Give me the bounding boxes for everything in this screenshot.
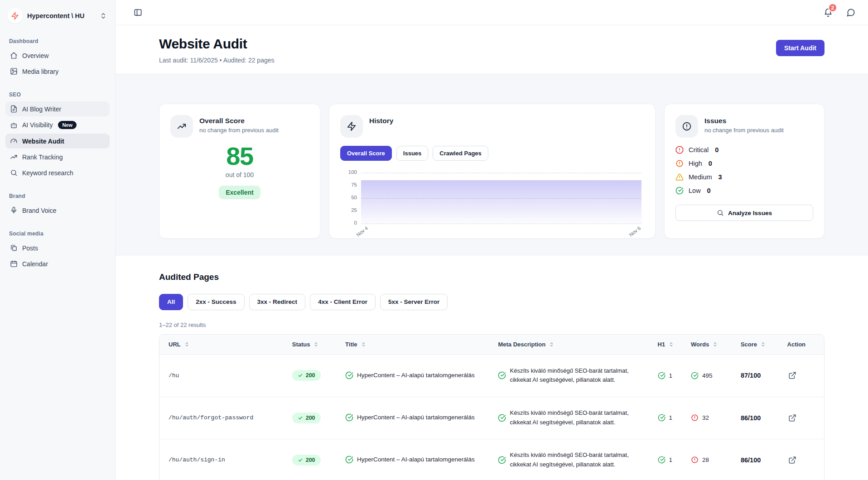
notifications-button[interactable]: 2 <box>824 8 833 17</box>
page-title: Website Audit <box>159 36 275 52</box>
external-link-icon <box>788 414 796 422</box>
tab-overall-score[interactable]: Overall Score <box>340 146 392 161</box>
overall-score-card: Overall Score no change from previous au… <box>159 104 320 239</box>
sidebar: Hypercontent \ HU Dashboard Overview Med… <box>0 0 116 480</box>
open-page-button[interactable] <box>787 413 797 423</box>
issue-label: High <box>689 160 702 167</box>
trending-up-icon <box>10 153 18 161</box>
sidebar-toggle-button[interactable] <box>134 8 142 17</box>
open-page-button[interactable] <box>787 455 797 465</box>
audited-pages-section: Audited Pages All 2xx - Success 3xx - Re… <box>116 255 868 480</box>
overall-score-value: 85 <box>170 142 309 170</box>
check-circle-icon <box>658 456 665 464</box>
filter-4xx-client-error[interactable]: 4xx - Client Error <box>310 294 376 310</box>
topbar: 2 <box>116 0 868 25</box>
microphone-icon <box>10 206 18 214</box>
column-header-h1[interactable]: H1 <box>651 335 685 355</box>
column-header-words[interactable]: Words <box>685 335 734 355</box>
results-count: 1–22 of 22 results <box>159 322 825 328</box>
check-circle-icon <box>498 456 506 464</box>
workspace-name: Hypercontent \ HU <box>27 12 95 19</box>
chat-button[interactable] <box>846 8 855 17</box>
sidebar-item-label: AI Visibility <box>22 121 53 129</box>
zap-icon <box>340 115 363 138</box>
issue-label: Critical <box>689 146 709 154</box>
table-header-row: URL Status Title Meta Description H1 Wor… <box>159 335 824 355</box>
filter-3xx-redirect[interactable]: 3xx - Redirect <box>249 294 306 310</box>
bot-icon <box>10 121 18 129</box>
issue-count: 0 <box>709 160 712 167</box>
sort-icon <box>712 341 718 347</box>
tab-crawled-pages[interactable]: Crawled Pages <box>433 146 488 161</box>
sidebar-item-ai-visibility[interactable]: AI Visibility New <box>5 117 110 133</box>
check-circle-icon <box>498 371 506 379</box>
sort-icon <box>184 341 190 347</box>
last-audit-summary: Last audit: 11/6/2025 • Audited: 22 page… <box>159 57 275 64</box>
column-header-action: Action <box>781 335 824 355</box>
sidebar-item-keyword-research[interactable]: Keyword research <box>5 165 110 180</box>
column-header-score[interactable]: Score <box>734 335 781 355</box>
search-icon <box>717 209 724 216</box>
sidebar-item-overview[interactable]: Overview <box>5 48 110 63</box>
sidebar-item-brand-voice[interactable]: Brand Voice <box>5 203 110 218</box>
sidebar-item-posts[interactable]: Posts <box>5 240 110 255</box>
sidebar-item-calendar[interactable]: Calendar <box>5 256 110 271</box>
check-circle-icon <box>658 414 665 422</box>
url-cell: /hu/auth/forgot-password <box>159 397 286 439</box>
column-header-url[interactable]: URL <box>159 335 286 355</box>
open-page-button[interactable] <box>787 370 797 380</box>
status-badge: 200 <box>292 370 321 381</box>
page-title-cell: HyperContent – AI-alapú tartalomgenerálá… <box>357 413 475 422</box>
analyze-issues-button[interactable]: Analyze Issues <box>675 205 813 221</box>
sidebar-item-website-audit[interactable]: Website Audit <box>5 134 110 149</box>
sidebar-item-media-library[interactable]: Media library <box>5 64 110 79</box>
sidebar-item-rank-tracking[interactable]: Rank Tracking <box>5 149 110 164</box>
sidebar-item-label: Rank Tracking <box>22 154 63 161</box>
sidebar-section-social-media: Social media Posts Calendar <box>5 230 110 272</box>
issue-row-low: Low 0 <box>675 184 813 197</box>
issue-count: 3 <box>719 173 722 181</box>
filter-5xx-server-error[interactable]: 5xx - Server Error <box>380 294 448 310</box>
column-header-title[interactable]: Title <box>339 335 492 355</box>
meta-description-cell: Készíts kiváló minőségű SEO-barát tartal… <box>510 451 645 469</box>
status-badge: 200 <box>292 413 321 423</box>
filter-2xx-success[interactable]: 2xx - Success <box>188 294 244 310</box>
circle-alert-icon <box>691 456 699 464</box>
page-header: Website Audit Last audit: 11/6/2025 • Au… <box>116 25 868 74</box>
check-circle-icon <box>345 371 353 379</box>
sidebar-item-label: AI Blog Writer <box>22 106 61 113</box>
sidebar-item-label: Calendar <box>22 260 48 268</box>
external-link-icon <box>788 456 796 464</box>
filter-all[interactable]: All <box>159 294 183 310</box>
issue-count: 0 <box>715 146 719 154</box>
sidebar-section-seo: SEO AI Blog Writer AI Visibility New Web… <box>5 91 110 181</box>
circle-alert-icon <box>691 414 699 422</box>
card-title: History <box>369 117 393 125</box>
posts-icon <box>10 244 18 252</box>
sidebar-item-label: Posts <box>22 245 38 252</box>
start-audit-button[interactable]: Start Audit <box>776 40 825 56</box>
card-subtitle: no change from previous audit <box>704 127 784 134</box>
sidebar-item-ai-blog-writer[interactable]: AI Blog Writer <box>5 101 110 116</box>
sort-icon <box>760 341 766 347</box>
octagon-alert-icon <box>675 146 684 154</box>
triangle-alert-icon <box>675 173 684 181</box>
section-label: Social media <box>5 230 110 237</box>
search-icon <box>10 169 18 177</box>
sort-icon <box>668 341 674 347</box>
circle-alert-icon <box>675 159 684 168</box>
workspace-switcher[interactable]: Hypercontent \ HU <box>5 5 110 26</box>
page-title-cell: HyperContent – AI-alapú tartalomgenerálá… <box>357 455 475 465</box>
issue-label: Low <box>689 187 701 194</box>
gauge-icon <box>10 137 18 145</box>
tab-issues[interactable]: Issues <box>396 146 428 161</box>
history-chart-plot: 0255075100Nov 4Nov 6 <box>361 173 641 223</box>
issue-count: 0 <box>707 187 711 194</box>
chat-bubble-icon <box>846 8 855 17</box>
sidebar-item-label: Keyword research <box>22 169 73 177</box>
column-header-meta-description[interactable]: Meta Description <box>492 335 651 355</box>
notifications-count-badge: 2 <box>828 3 837 12</box>
column-header-status[interactable]: Status <box>286 335 339 355</box>
analyze-issues-label: Analyze Issues <box>728 210 772 216</box>
card-title: Overall Score <box>199 117 279 125</box>
